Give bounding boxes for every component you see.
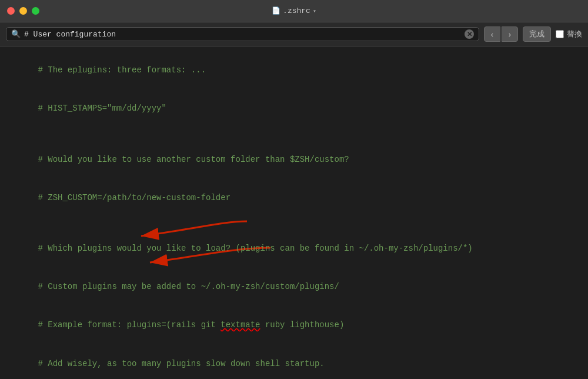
code-line-example: # Example format: plugins=(rails git tex… xyxy=(8,307,580,345)
next-match-button[interactable]: › xyxy=(502,26,518,42)
code-text: # ZSH_CUSTOM=/path/to/new-custom-folder xyxy=(38,193,230,202)
code-line-0: # The eplugins: three formats: ... xyxy=(8,51,580,89)
search-bar: 🔍 ✕ ‹ › 完成 替換 xyxy=(0,22,588,46)
code-editor[interactable]: # The eplugins: three formats: ... # HIS… xyxy=(0,46,588,378)
code-line-custom-folder-q: # Would you like to use another custom f… xyxy=(8,141,580,179)
code-line-zsh-custom: # ZSH_CUSTOM=/path/to/new-custom-folder xyxy=(8,179,580,217)
code-text: # Add wisely, as too many plugins slow d… xyxy=(38,359,324,368)
title-bar: 📄 .zshrc ▾ xyxy=(0,0,588,22)
code-text: # Would you like to use another custom f… xyxy=(38,155,349,164)
file-icon: 📄 xyxy=(272,6,280,15)
code-line-hist: # HIST_STAMPS="mm/dd/yyyy" xyxy=(8,89,580,128)
replace-label: 替換 xyxy=(567,29,582,39)
window-title: 📄 .zshrc ▾ xyxy=(272,6,316,15)
traffic-lights xyxy=(7,7,39,15)
maximize-button[interactable] xyxy=(32,7,39,15)
done-button[interactable]: 完成 xyxy=(523,26,551,42)
filename: .zshrc xyxy=(283,6,310,15)
replace-container: 替換 xyxy=(556,29,582,39)
search-input-container: 🔍 ✕ xyxy=(6,27,479,41)
chevron-down-icon: ▾ xyxy=(313,8,316,15)
code-line-custom-plugins: # Custom plugins may be added to ~/.oh-m… xyxy=(8,268,580,307)
code-text: # Example format: plugins=(rails git tex… xyxy=(38,320,344,330)
clear-search-button[interactable]: ✕ xyxy=(465,29,474,39)
replace-checkbox[interactable] xyxy=(556,30,564,38)
search-input[interactable] xyxy=(24,30,461,39)
minimize-button[interactable] xyxy=(19,7,27,15)
code-text: # The eplugins: three formats: ... xyxy=(38,65,206,75)
nav-buttons: ‹ › xyxy=(484,26,518,42)
app-window: 📄 .zshrc ▾ 🔍 ✕ ‹ › 完成 替換 xyxy=(0,0,588,378)
code-text: # HIST_STAMPS="mm/dd/yyyy" xyxy=(38,104,166,113)
close-button[interactable] xyxy=(7,7,15,15)
search-icon: 🔍 xyxy=(11,29,21,39)
code-line-empty2 xyxy=(8,217,580,230)
prev-match-button[interactable]: ‹ xyxy=(484,26,500,42)
code-line-plugins-q: # Which plugins would you like to load? … xyxy=(8,230,580,268)
code-line-empty1 xyxy=(8,128,580,141)
code-text: # Which plugins would you like to load? … xyxy=(38,244,472,253)
code-line-wisely: # Add wisely, as too many plugins slow d… xyxy=(8,345,580,378)
code-text: # Custom plugins may be added to ~/.oh-m… xyxy=(38,282,339,291)
